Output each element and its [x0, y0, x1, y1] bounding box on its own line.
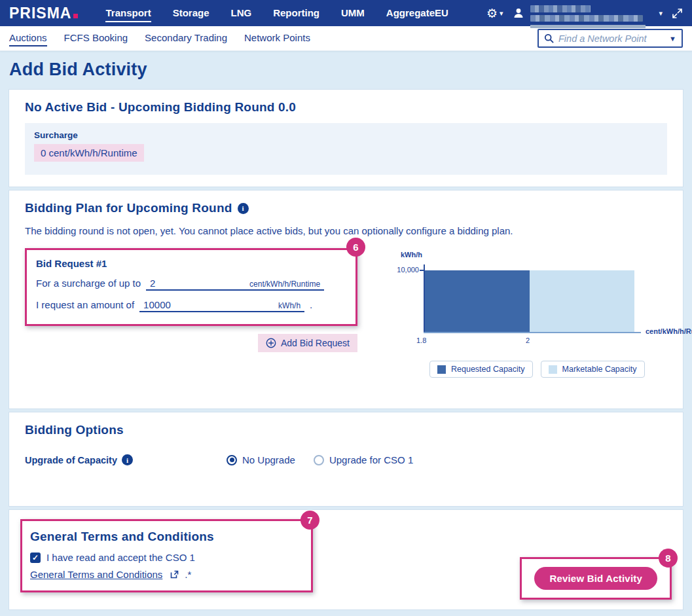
amount-input[interactable]: 10000 kWh/h [139, 299, 304, 312]
annotation-badge-8: 8 [659, 549, 678, 568]
transport-subnav: Auctions FCFS Booking Secondary Trading … [0, 26, 692, 51]
chart-y-axis-label: kWh/h [401, 251, 422, 259]
nav-item-umm[interactable]: UMM [341, 5, 365, 22]
surcharge-unit: cent/kWh/h/Runtime [249, 280, 320, 289]
no-active-bid-card: No Active Bid - Upcoming Bidding Round 0… [9, 89, 683, 187]
bidding-plan-description: The bidding round is not open, yet. You … [25, 225, 667, 236]
radio-unselected-icon [314, 455, 324, 465]
add-bid-request-button[interactable]: Add Bid Request [258, 334, 357, 352]
legend-swatch-marketable [549, 365, 557, 374]
surcharge-label: Surcharge [34, 130, 658, 140]
legend-label-requested: Requested Capacity [451, 365, 525, 374]
surcharge-field-prefix: For a surcharge of up to [36, 278, 141, 289]
nav-item-transport[interactable]: Transport [105, 5, 151, 22]
legend-swatch-requested [437, 365, 446, 374]
bidding-options-heading: Bidding Options [25, 423, 667, 437]
bid-request-annotated-box: 6 Bid Request #1 For a surcharge of up t… [25, 248, 357, 326]
bidding-options-card: Bidding Options Upgrade of Capacity No U… [9, 412, 683, 507]
annotation-badge-6: 6 [346, 238, 365, 257]
nav-item-storage[interactable]: Storage [173, 5, 209, 22]
chart-x-tick-2: 2 [526, 336, 530, 344]
chart-x-axis-label: cent/kWh/h/Runtime [646, 327, 692, 335]
bar-requested-capacity [425, 270, 530, 332]
search-icon [544, 33, 554, 43]
subnav-item-network-points[interactable]: Network Points [244, 30, 310, 46]
subnav-item-fcfs-booking[interactable]: FCFS Booking [64, 30, 128, 46]
user-icon [512, 7, 525, 20]
subnav-item-secondary-trading[interactable]: Secondary Trading [145, 30, 227, 46]
brand-text: PRISMA [9, 5, 71, 22]
search-input[interactable] [558, 33, 665, 44]
surcharge-panel: Surcharge 0 cent/kWh/h/Runtime [25, 123, 667, 175]
legend-label-marketable: Marketable Capacity [562, 365, 637, 374]
bidding-plan-heading: Bidding Plan for Upcoming Round [25, 201, 232, 215]
legend-item-marketable: Marketable Capacity [541, 361, 645, 378]
network-point-search[interactable]: ▼ [537, 29, 683, 48]
info-icon[interactable] [122, 454, 133, 465]
surcharge-value: 0 cent/kWh/h/Runtime [34, 144, 144, 162]
terms-checkbox[interactable] [30, 553, 41, 563]
radio-no-upgrade[interactable]: No Upgrade [227, 454, 295, 465]
nav-item-aggregateeu[interactable]: AggregateEU [386, 5, 448, 22]
amount-field-suffix: . [310, 299, 312, 310]
bar-marketable-capacity [530, 270, 634, 332]
surcharge-input[interactable]: 2 cent/kWh/h/Runtime [146, 278, 324, 291]
redaction-bar [530, 25, 646, 28]
nav-item-lng[interactable]: LNG [231, 5, 252, 22]
main-nav: Transport Storage LNG Reporting UMM Aggr… [105, 5, 448, 22]
page-title: Add Bid Activity [9, 60, 683, 80]
nav-item-reporting[interactable]: Reporting [273, 5, 319, 22]
chart-x-axis [424, 332, 641, 333]
plus-circle-icon [266, 338, 276, 348]
terms-card: 7 General Terms and Conditions I have re… [9, 509, 683, 610]
bid-request-title: Bid Request #1 [36, 258, 346, 269]
review-annotated-box: 8 Review Bid Activity [520, 557, 672, 600]
settings-menu[interactable]: ⚙ ▾ [486, 7, 503, 20]
upgrade-of-capacity-label: Upgrade of Capacity [25, 455, 117, 465]
expand-icon[interactable] [672, 8, 683, 19]
legend-item-requested: Requested Capacity [429, 361, 533, 378]
terms-text-after: .* [185, 569, 191, 580]
radio-upgrade-for-cso1[interactable]: Upgrade for CSO 1 [314, 454, 413, 465]
caret-down-icon: ▾ [500, 9, 503, 18]
radio-no-upgrade-label: No Upgrade [242, 454, 295, 465]
terms-heading: General Terms and Conditions [30, 530, 302, 544]
amount-field-prefix: I request an amount of [36, 299, 134, 310]
amount-input-value: 10000 [143, 299, 171, 310]
annotation-badge-7: 7 [300, 511, 319, 530]
subnav-item-auctions[interactable]: Auctions [9, 30, 47, 46]
terms-text-before: I have read and accept the CSO 1 [46, 552, 195, 563]
caret-down-icon: ▾ [659, 9, 663, 18]
external-link-icon [170, 570, 179, 579]
bidding-plan-chart: kWh/h 10,000 1.8 2 cent/kWh/h/Runtime Re… [392, 248, 692, 389]
prisma-logo[interactable]: PRISMA [9, 5, 78, 22]
chart-x-tick-1: 1.8 [416, 336, 426, 344]
gear-icon: ⚙ [486, 7, 498, 20]
chart-y-tick: 10,000 [392, 266, 419, 274]
radio-selected-icon [227, 455, 237, 465]
no-active-bid-heading: No Active Bid - Upcoming Bidding Round 0… [25, 100, 667, 115]
surcharge-input-value: 2 [150, 278, 155, 289]
info-icon[interactable] [238, 203, 249, 214]
user-name-redacted [530, 5, 643, 22]
radio-upgrade-cso1-label: Upgrade for CSO 1 [329, 454, 413, 465]
caret-down-icon: ▼ [669, 35, 676, 43]
review-bid-activity-button[interactable]: Review Bid Activity [534, 567, 657, 590]
amount-unit: kWh/h [278, 301, 300, 310]
terms-annotated-box: 7 General Terms and Conditions I have re… [20, 519, 313, 592]
add-bid-request-label: Add Bid Request [281, 338, 350, 348]
brand-dot [73, 14, 78, 18]
top-navbar: PRISMA Transport Storage LNG Reporting U… [0, 0, 692, 26]
chart-legend: Requested Capacity Marketable Capacity [429, 361, 645, 378]
upgrade-radio-group: No Upgrade Upgrade for CSO 1 [227, 454, 413, 465]
user-menu[interactable]: ▾ [512, 5, 663, 22]
terms-link[interactable]: General Terms and Conditions [30, 569, 162, 580]
bidding-plan-card: Bidding Plan for Upcoming Round The bidd… [9, 190, 683, 409]
